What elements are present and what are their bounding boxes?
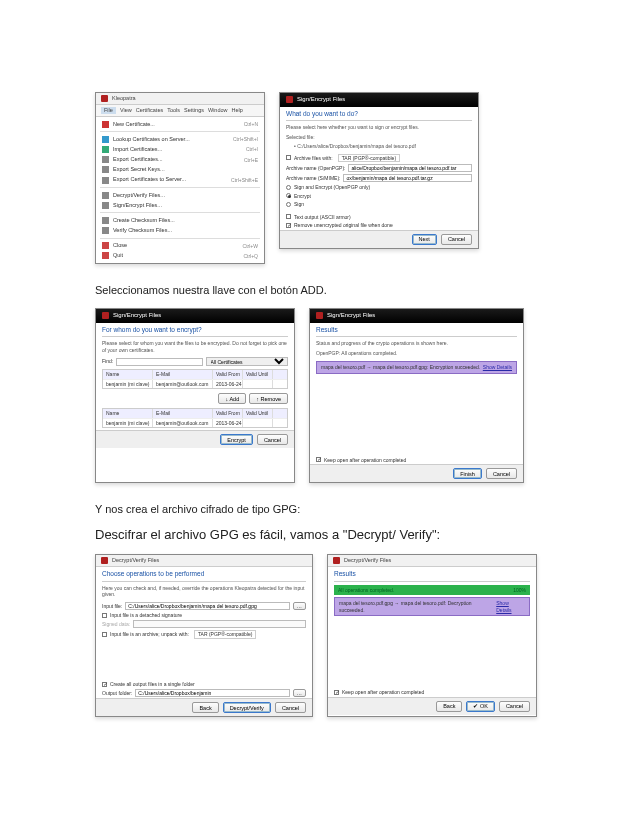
app-icon: [101, 557, 108, 564]
remove-button[interactable]: ↑ Remove: [249, 393, 288, 404]
menu-item-shortcut: Ctrl+I: [246, 146, 258, 153]
menu-item-icon: [102, 166, 109, 173]
table-row[interactable]: benjamin (mi clave) benjamin@outlook.com…: [103, 418, 287, 428]
archive-files-checkbox[interactable]: Archive files with: TAR (PGP®-compatible…: [280, 153, 478, 164]
menu-item-label: Close: [113, 242, 243, 249]
result-text: mapa del tesoro.pdf.gpg → mapa del tesor…: [339, 600, 496, 613]
app-icon: [102, 312, 109, 319]
cancel-button[interactable]: Cancel: [275, 702, 306, 713]
signed-data-input: [133, 620, 306, 628]
col-name: Name: [103, 370, 153, 379]
archive-name-smime-input[interactable]: [343, 174, 472, 182]
cancel-button[interactable]: Cancel: [441, 234, 472, 245]
menu-item-11[interactable]: Create Checksum Files...: [96, 215, 264, 225]
encrypt-button[interactable]: Encrypt: [220, 434, 253, 445]
menu-settings[interactable]: Settings: [184, 107, 204, 114]
app-icon: [101, 95, 108, 102]
menu-item-14[interactable]: CloseCtrl+W: [96, 241, 264, 251]
cancel-button[interactable]: Cancel: [499, 701, 530, 712]
window-title: Sign/Encrypt Files: [327, 312, 375, 320]
keep-open-checkbox[interactable]: Keep open after operation completed: [328, 688, 536, 697]
col-email: E-Mail: [153, 370, 213, 379]
menu-help[interactable]: Help: [232, 107, 243, 114]
option-sign-encrypt[interactable]: Sign and Encrypt (OpenPGP only): [280, 183, 478, 192]
detached-sig-checkbox[interactable]: Input file is a detached signature: [96, 611, 312, 620]
selected-certs-table: Name E-Mail Valid From Valid Until benja…: [102, 408, 288, 428]
wizard-heading: Choose operations to be performed: [96, 567, 312, 579]
add-button[interactable]: ↓ Add: [218, 393, 246, 404]
table-row[interactable]: benjamin (mi clave) benjamin@outlook.com…: [103, 379, 287, 389]
menu-item-label: Export Certificates...: [113, 156, 244, 163]
instruction-text-1: Seleccionamos nuestra llave con el botón…: [95, 284, 553, 296]
menu-item-0[interactable]: New Certificate...Ctrl+N: [96, 119, 264, 129]
finish-button[interactable]: Finish: [453, 468, 482, 479]
window-titlebar: Decrypt/Verify Files: [96, 555, 312, 567]
instruction-text-2: Y nos crea el archivo cifrado de tipo GP…: [95, 503, 553, 515]
menu-item-icon: [102, 202, 109, 209]
menu-item-shortcut: Ctrl+Shift+I: [233, 136, 258, 143]
cancel-button[interactable]: Cancel: [486, 468, 517, 479]
menu-item-icon: [102, 192, 109, 199]
option-encrypt[interactable]: Encrypt: [280, 192, 478, 201]
menu-item-4[interactable]: Export Certificates...Ctrl+E: [96, 155, 264, 165]
browse-icon[interactable]: …: [293, 689, 307, 697]
ok-button[interactable]: ✔ OK: [466, 701, 494, 712]
menu-item-15[interactable]: QuitCtrl+Q: [96, 251, 264, 261]
menu-tools[interactable]: Tools: [167, 107, 180, 114]
menu-item-icon: [102, 156, 109, 163]
menu-item-icon: [102, 227, 109, 234]
cancel-button[interactable]: Cancel: [257, 434, 288, 445]
show-details-link[interactable]: Show Details: [483, 364, 512, 371]
archive-unpack-checkbox[interactable]: Input file is an archive; unpack with: T…: [96, 629, 312, 640]
window-titlebar: Kleopatra: [96, 93, 264, 105]
wizard-subtext: Please select for whom you want the file…: [96, 340, 294, 356]
sign-encrypt-wizard-recipients: Sign/Encrypt Files For whom do you want …: [95, 308, 295, 483]
status-text: OpenPGP: All operations completed.: [310, 350, 523, 360]
next-button[interactable]: Next: [412, 234, 437, 245]
menu-window[interactable]: Window: [208, 107, 228, 114]
wizard-heading: Results: [310, 323, 523, 335]
available-certs-table: Name E-Mail Valid From Valid Until benja…: [102, 369, 288, 389]
single-folder-checkbox[interactable]: Create all output files in a single fold…: [96, 680, 312, 689]
find-input[interactable]: [116, 358, 202, 366]
menu-item-8[interactable]: Decrypt/Verify Files...: [96, 190, 264, 200]
menu-item-12[interactable]: Verify Checksum Files...: [96, 226, 264, 236]
menu-item-3[interactable]: Import Certificates...Ctrl+I: [96, 145, 264, 155]
menu-item-icon: [102, 217, 109, 224]
menu-item-9[interactable]: Sign/Encrypt Files...: [96, 200, 264, 210]
menu-file[interactable]: File: [101, 107, 116, 114]
menu-item-2[interactable]: Lookup Certificates on Server...Ctrl+Shi…: [96, 134, 264, 144]
menu-item-shortcut: Ctrl+N: [244, 121, 258, 128]
show-details-link[interactable]: Show Details: [496, 600, 525, 613]
window-titlebar: Sign/Encrypt Files: [280, 93, 478, 107]
menu-item-label: Create Checksum Files...: [113, 217, 258, 224]
wizard-subtext: Here you can check and, if needed, overr…: [96, 585, 312, 601]
menu-certificates[interactable]: Certificates: [136, 107, 164, 114]
back-button[interactable]: Back: [436, 701, 462, 712]
window-titlebar: Sign/Encrypt Files: [310, 309, 523, 323]
output-folder-input[interactable]: [135, 689, 289, 697]
window-titlebar: Decrypt/Verify Files: [328, 555, 536, 567]
menu-item-6[interactable]: Export Certificates to Server...Ctrl+Shi…: [96, 175, 264, 185]
menu-item-shortcut: Ctrl+W: [243, 243, 258, 250]
menu-item-label: Quit: [113, 252, 243, 259]
browse-icon[interactable]: …: [293, 602, 307, 610]
remove-original-checkbox[interactable]: Remove unencrypted original file when do…: [280, 221, 478, 230]
menu-item-label: Export Secret Keys...: [113, 166, 258, 173]
menu-item-label: Decrypt/Verify Files...: [113, 192, 258, 199]
col-from: Valid From: [213, 370, 243, 379]
archive-name-pgp-input[interactable]: [348, 164, 472, 172]
menu-view[interactable]: View: [120, 107, 132, 114]
filter-select[interactable]: All Certificates: [206, 357, 288, 366]
menu-item-icon: [102, 252, 109, 259]
wizard-subtext: Please select here whether you want to s…: [280, 124, 478, 134]
keep-open-checkbox[interactable]: Keep open after operation completed: [310, 456, 523, 465]
decrypt-verify-button[interactable]: Decrypt/Verify: [223, 702, 271, 713]
menu-item-5[interactable]: Export Secret Keys...: [96, 165, 264, 175]
back-button[interactable]: Back: [192, 702, 218, 713]
result-row: mapa del tesoro.pdf → mapa del tesoro.pd…: [316, 361, 517, 374]
input-file-input[interactable]: [125, 602, 289, 610]
option-sign[interactable]: Sign: [280, 200, 478, 209]
menu-item-icon: [102, 242, 109, 249]
text-output-checkbox[interactable]: Text output (ASCII armor): [280, 213, 478, 222]
